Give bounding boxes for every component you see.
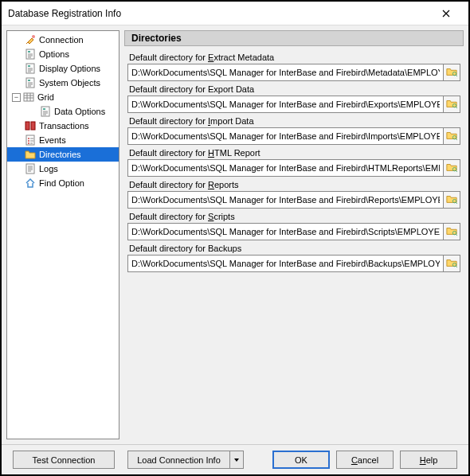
browse-button[interactable] <box>443 191 460 209</box>
sidebar-item-events[interactable]: Events <box>7 133 119 147</box>
field-label: Default directory for Export Data <box>127 84 460 94</box>
folder-open-icon <box>446 193 457 207</box>
directory-field: Default directory for Extract Metadata <box>127 53 460 81</box>
directory-field: Default directory for HTML Report <box>127 148 460 177</box>
sidebar-item-transactions[interactable]: Transactions <box>7 119 119 133</box>
chevron-down-icon <box>233 457 240 463</box>
content-area: Connection Options Display Options Syste… <box>2 25 468 444</box>
svg-rect-10 <box>25 122 29 130</box>
test-connection-button[interactable]: Test Connection <box>13 451 115 469</box>
path-input[interactable] <box>127 223 443 240</box>
sidebar-item-label: System Objects <box>39 78 100 88</box>
sidebar-item-options[interactable]: Options <box>7 47 119 61</box>
panel-title: Directories <box>131 33 182 44</box>
collapse-icon[interactable]: − <box>12 93 21 102</box>
dialog-window: Database Registration Info Connection Op… <box>0 0 470 476</box>
doc-icon <box>24 48 37 60</box>
svg-rect-11 <box>31 122 35 130</box>
svg-point-14 <box>28 140 29 142</box>
field-label: Default directory for Extract Metadata <box>127 53 460 62</box>
sidebar-item-label: Display Options <box>39 64 100 73</box>
sidebar-item-label: Events <box>39 135 66 145</box>
field-label: Default directory for Import Data <box>127 116 460 126</box>
field-label: Default directory for Scripts <box>127 212 460 221</box>
svg-point-0 <box>32 35 35 38</box>
sidebar-item-system-objects[interactable]: System Objects <box>7 76 119 90</box>
sidebar-item-label: Logs <box>39 164 58 174</box>
sidebar-item-label: Options <box>39 49 69 59</box>
svg-rect-6 <box>28 80 30 81</box>
close-icon <box>442 10 450 18</box>
folder-open-icon <box>446 257 457 271</box>
field-label: Default directory for HTML Report <box>127 148 460 158</box>
tree: Connection Options Display Options Syste… <box>7 31 119 192</box>
folder-open-icon <box>446 66 457 80</box>
browse-button[interactable] <box>443 223 460 240</box>
grid-icon <box>22 91 35 103</box>
transactions-icon <box>24 119 37 132</box>
field-label: Default directory for Backups <box>127 244 460 253</box>
ok-button[interactable]: OK <box>272 451 330 469</box>
browse-button[interactable] <box>443 64 460 81</box>
sidebar-item-directories[interactable]: Directories <box>7 147 119 162</box>
svg-rect-16 <box>26 164 34 174</box>
sidebar: Connection Options Display Options Syste… <box>6 30 119 439</box>
svg-rect-7 <box>24 93 33 101</box>
browse-button[interactable] <box>443 96 460 113</box>
folder-open-icon <box>446 225 457 239</box>
plug-icon <box>24 33 37 46</box>
svg-rect-9 <box>43 108 45 110</box>
close-button[interactable] <box>428 2 464 25</box>
svg-point-13 <box>28 138 29 139</box>
sidebar-item-label: Directories <box>39 150 81 159</box>
path-input[interactable] <box>127 191 443 209</box>
path-input[interactable] <box>127 96 443 113</box>
sidebar-item-display-options[interactable]: Display Options <box>7 61 119 76</box>
browse-button[interactable] <box>443 159 460 177</box>
main-panel: Directories Default directory for Extrac… <box>124 30 464 439</box>
sidebar-item-grid[interactable]: − Grid <box>7 90 119 104</box>
load-dropdown-button[interactable] <box>229 451 244 469</box>
sidebar-item-label: Connection <box>39 35 84 45</box>
folder-open-icon <box>446 162 457 175</box>
path-input[interactable] <box>127 159 443 177</box>
cancel-button[interactable]: Cancel <box>336 451 394 469</box>
sidebar-item-data-options[interactable]: Data Options <box>7 104 119 119</box>
button-bar: Test Connection Load Connection Info OK … <box>2 444 468 474</box>
sidebar-item-find-option[interactable]: Find Option <box>7 176 119 190</box>
sidebar-item-label: Find Option <box>39 178 84 188</box>
browse-button[interactable] <box>443 127 460 145</box>
folder-icon <box>24 148 37 161</box>
doc-icon <box>24 162 37 175</box>
svg-rect-2 <box>28 51 30 53</box>
panel-body: Default directory for Extract MetadataDe… <box>124 46 464 439</box>
find-icon <box>24 177 37 189</box>
directory-field: Default directory for Backups <box>127 244 460 272</box>
browse-button[interactable] <box>443 255 460 272</box>
path-input[interactable] <box>127 255 443 272</box>
panel-header: Directories <box>124 30 464 46</box>
help-button[interactable]: Help <box>400 451 457 469</box>
svg-point-15 <box>28 142 29 144</box>
folder-open-icon <box>446 130 457 143</box>
path-input[interactable] <box>127 127 443 145</box>
sidebar-item-label: Data Options <box>54 107 105 116</box>
load-connection-info-button[interactable]: Load Connection Info <box>127 451 229 469</box>
directory-field: Default directory for Scripts <box>127 212 460 240</box>
window-title: Database Registration Info <box>6 8 428 19</box>
directory-field: Default directory for Reports <box>127 180 460 209</box>
events-icon <box>24 134 37 146</box>
folder-open-icon <box>446 98 457 111</box>
svg-rect-4 <box>28 65 30 67</box>
path-input[interactable] <box>127 64 443 81</box>
sidebar-item-label: Transactions <box>39 121 89 131</box>
sidebar-item-logs[interactable]: Logs <box>7 162 119 176</box>
directory-field: Default directory for Export Data <box>127 84 460 113</box>
titlebar[interactable]: Database Registration Info <box>2 2 468 25</box>
sidebar-item-label: Grid <box>37 92 54 102</box>
sidebar-item-connection[interactable]: Connection <box>7 33 119 47</box>
doc-icon <box>39 105 52 118</box>
doc-icon <box>24 76 37 89</box>
directory-field: Default directory for Import Data <box>127 116 460 145</box>
field-label: Default directory for Reports <box>127 180 460 189</box>
